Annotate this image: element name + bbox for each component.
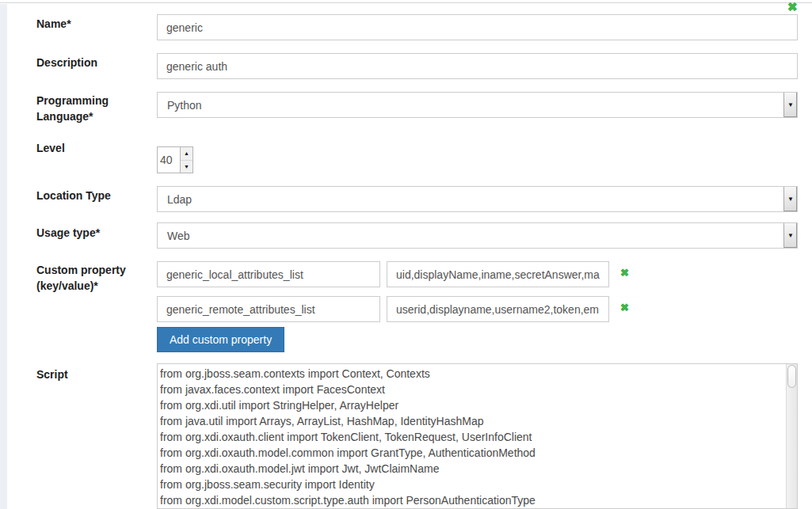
description-input[interactable] bbox=[157, 53, 798, 79]
script-code-line: from org.xdi.model.custom.script.type.au… bbox=[160, 492, 783, 508]
programming-language-label: Programming Language* bbox=[36, 93, 155, 124]
scrollbar-thumb[interactable] bbox=[787, 365, 796, 388]
chevron-down-icon[interactable]: ▼ bbox=[783, 93, 797, 117]
chevron-down-icon[interactable]: ▼ bbox=[783, 223, 797, 248]
panel-left-gutter bbox=[0, 4, 7, 509]
script-code-line: from org.xdi.util import StringHelper, A… bbox=[160, 397, 783, 413]
location-type-select[interactable]: Ldap ▼ bbox=[157, 186, 798, 212]
name-input[interactable] bbox=[157, 14, 798, 40]
custom-property-label: Custom property (key/value)* bbox=[36, 262, 155, 294]
programming-language-select[interactable]: Python ▼ bbox=[157, 92, 798, 118]
script-code-line: from org.xdi.oxauth.client import TokenC… bbox=[160, 429, 783, 445]
location-type-value: Ldap bbox=[167, 193, 192, 206]
remove-property-icon[interactable]: ✖ bbox=[620, 268, 629, 278]
level-value[interactable]: 40 bbox=[158, 147, 180, 173]
chevron-down-icon[interactable]: ▼ bbox=[783, 187, 797, 211]
description-label: Description bbox=[36, 55, 155, 70]
panel-close-icon[interactable]: ✖ bbox=[787, 2, 798, 12]
add-custom-property-button[interactable]: Add custom property bbox=[157, 327, 284, 352]
script-code-line: from org.xdi.oxauth.model.jwt import Jwt… bbox=[160, 461, 783, 477]
usage-type-label: Usage type* bbox=[36, 225, 155, 241]
script-code: from org.jboss.seam.contexts import Cont… bbox=[158, 364, 797, 508]
panel-top-border bbox=[0, 2, 812, 3]
custom-property-key-input[interactable] bbox=[157, 261, 380, 287]
script-code-line: from javax.faces.context import FacesCon… bbox=[160, 382, 783, 397]
spinner-down-icon[interactable]: ▼ bbox=[181, 161, 193, 173]
scrollbar[interactable] bbox=[786, 364, 797, 508]
level-spinner-arrows: ▲ ▼ bbox=[180, 147, 193, 173]
custom-property-value-input[interactable] bbox=[387, 296, 609, 322]
name-label: Name* bbox=[36, 16, 155, 32]
custom-property-value-input[interactable] bbox=[387, 261, 609, 287]
script-label: Script bbox=[36, 367, 155, 382]
custom-property-key-input[interactable] bbox=[157, 296, 380, 322]
level-spinner[interactable]: 40 ▲ ▼ bbox=[157, 146, 193, 173]
location-type-label: Location Type bbox=[36, 188, 155, 203]
script-code-line: from org.jboss.seam.security import Iden… bbox=[160, 477, 783, 492]
script-code-line: from org.xdi.oxauth.model.common import … bbox=[160, 445, 783, 461]
remove-property-icon[interactable]: ✖ bbox=[620, 302, 629, 313]
usage-type-select[interactable]: Web ▼ bbox=[157, 222, 798, 249]
programming-language-value: Python bbox=[167, 99, 202, 112]
script-code-line: from java.util import Arrays, ArrayList,… bbox=[160, 413, 783, 429]
script-textarea[interactable]: from org.jboss.seam.contexts import Cont… bbox=[157, 363, 798, 509]
script-code-line: from org.jboss.seam.contexts import Cont… bbox=[160, 366, 783, 382]
level-label: Level bbox=[36, 140, 155, 156]
usage-type-value: Web bbox=[167, 230, 190, 242]
spinner-up-icon[interactable]: ▲ bbox=[181, 147, 193, 161]
